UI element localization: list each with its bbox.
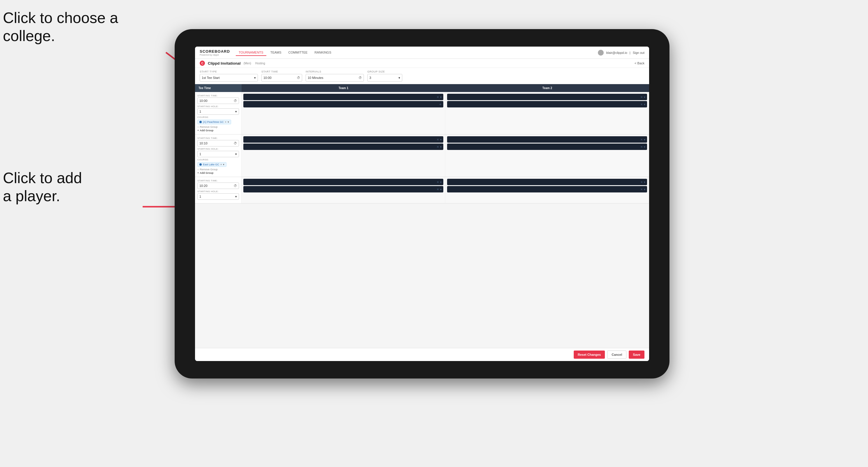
start-time-label: Start Time — [261, 70, 302, 73]
tablet-screen: SCOREBOARD Powered by clippd TOURNAMENTS… — [195, 46, 649, 361]
player-slot-1-2[interactable]: + — [243, 101, 443, 107]
time-icon-2: ⏱ — [234, 142, 237, 145]
team2-cell-3: ✕ ▾ ✕ ▾ — [445, 177, 649, 203]
player-slot-3-2[interactable]: ✕ ▾ — [243, 144, 443, 150]
player-slot-5-2[interactable]: ✕ ▾ — [243, 186, 443, 192]
player-slot-2-1[interactable]: ✕ ▾ — [447, 94, 647, 100]
starting-hole-input-1[interactable]: 1 ▾ — [197, 108, 239, 115]
start-type-group: Start Type 1st Tee Start ▾ — [200, 70, 258, 82]
player-slot-3-1[interactable]: ✕ ▾ — [243, 136, 443, 143]
nav-links: TOURNAMENTS TEAMS COMMITTEE RANKINGS — [236, 50, 598, 56]
table-header: Tee Time Team 1 Team 2 — [195, 84, 649, 92]
nav-link-rankings[interactable]: RANKINGS — [312, 50, 334, 56]
player-slot-6-1[interactable]: ✕ ▾ — [447, 179, 647, 185]
content-area[interactable]: STARTING TIME: 10:00 ⏱ STARTING HOLE: 1 … — [195, 92, 649, 348]
nav-logo-sub: Powered by clippd — [200, 54, 230, 56]
nav-logo: SCOREBOARD Powered by clippd — [200, 49, 230, 56]
team2-cell-1: ✕ ▾ ✕ ▾ — [445, 92, 649, 134]
remove-group-circle-icon-2: ○ — [197, 168, 199, 171]
start-type-label: Start Type — [200, 70, 258, 73]
starting-hole-label-3: STARTING HOLE: — [197, 190, 239, 193]
player-slot-4-1[interactable]: ✕ ▾ — [447, 136, 647, 143]
start-type-input[interactable]: 1st Tee Start ▾ — [200, 74, 258, 82]
form-row: Start Type 1st Tee Start ▾ Start Time 10… — [195, 68, 649, 84]
time-icon-3: ⏱ — [234, 184, 237, 187]
start-type-chevron-icon: ▾ — [254, 76, 256, 80]
player-slot-2-2[interactable]: ✕ ▾ — [447, 101, 647, 107]
player-slot-6-2[interactable]: ✕ ▾ — [447, 186, 647, 192]
reset-changes-button[interactable]: Reset Changes — [574, 350, 605, 359]
starting-time-label-1: STARTING TIME: — [197, 94, 239, 97]
hole-chevron-1: ▾ — [235, 110, 237, 114]
nav-link-tournaments[interactable]: TOURNAMENTS — [236, 50, 266, 56]
nav-link-teams[interactable]: TEAMS — [268, 50, 284, 56]
tee-time-left-2: STARTING TIME: 10:10 ⏱ STARTING HOLE: 1 … — [195, 134, 242, 177]
player-slot-1-1[interactable]: ✕ ▾ — [243, 94, 443, 100]
team1-cell-2: ✕ ▾ ✕ ▾ — [242, 134, 445, 177]
intervals-group: Intervals 10 Minutes ⏱ — [306, 70, 364, 82]
nav-sign-out[interactable]: Sign out — [633, 51, 645, 55]
group-size-input[interactable]: 3 ▾ — [367, 74, 402, 82]
intervals-label: Intervals — [306, 70, 364, 73]
player-slot-5-1[interactable]: ✕ ▾ — [243, 179, 443, 185]
player-x-icon-1-1: ✕ — [437, 95, 439, 99]
starting-time-label-3: STARTING TIME: — [197, 179, 239, 182]
player-x-icon-3-2: ✕ — [437, 145, 439, 149]
add-group-btn-2[interactable]: + Add Group — [197, 172, 239, 175]
player-chevron-icon-3-1: ▾ — [440, 138, 441, 141]
course-tag-2[interactable]: East Lake GC × ▾ — [197, 162, 226, 167]
add-group-btn-1[interactable]: + Add Group — [197, 129, 239, 132]
remove-group-circle-icon-1: ○ — [197, 125, 199, 128]
player-chevron-icon-4-1: ▾ — [644, 138, 645, 141]
team1-cell-1: ✕ ▾ + — [242, 92, 445, 134]
remove-group-btn-1[interactable]: ○ Remove Group — [197, 125, 239, 128]
nav-avatar — [598, 50, 604, 56]
player-chevron-icon-3-2: ▾ — [440, 145, 441, 149]
starting-hole-input-2[interactable]: 1 ▾ — [197, 151, 239, 157]
nav-logo-title: SCOREBOARD — [200, 49, 230, 54]
course-label-2: COURSE: — [197, 158, 239, 161]
add-group-plus-icon-1: + — [197, 129, 199, 132]
time-icon-1: ⏱ — [234, 99, 237, 102]
starting-hole-label-2: STARTING HOLE: — [197, 148, 239, 150]
course-close-icon-2[interactable]: × — [220, 163, 222, 166]
sub-header: C Clippd Invitational (Men) Hosting < Ba… — [195, 59, 649, 68]
course-icon-1 — [199, 121, 202, 123]
footer: Reset Changes Cancel Save — [195, 348, 649, 361]
table-header-team1: Team 1 — [242, 84, 445, 92]
tee-time-left-1: STARTING TIME: 10:00 ⏱ STARTING HOLE: 1 … — [195, 92, 242, 134]
starting-hole-input-3[interactable]: 1 ▾ — [197, 193, 239, 200]
player-chevron-icon-5-2: ▾ — [440, 188, 441, 191]
nav-bar: SCOREBOARD Powered by clippd TOURNAMENTS… — [195, 46, 649, 59]
player-x-icon-4-2: ✕ — [640, 145, 643, 149]
tee-time-row-1: STARTING TIME: 10:00 ⏱ STARTING HOLE: 1 … — [195, 92, 649, 134]
player-x-icon-6-1: ✕ — [640, 181, 643, 184]
player-chevron-icon-5-1: ▾ — [440, 181, 441, 184]
group-size-group: Group Size 3 ▾ — [367, 70, 402, 82]
starting-time-input-3[interactable]: 10:20 ⏱ — [197, 183, 239, 189]
tee-time-left-3: STARTING TIME: 10:20 ⏱ STARTING HOLE: 1 … — [195, 177, 242, 203]
save-button[interactable]: Save — [629, 350, 645, 359]
player-chevron-icon-4-2: ▾ — [644, 145, 645, 149]
intervals-input[interactable]: 10 Minutes ⏱ — [306, 74, 364, 82]
start-time-input[interactable]: 10:00 ⏱ — [261, 74, 302, 82]
remove-group-btn-2[interactable]: ○ Remove Group — [197, 168, 239, 171]
nav-link-committee[interactable]: COMMITTEE — [285, 50, 311, 56]
sub-header-hosting: Hosting — [255, 62, 265, 65]
starting-time-input-1[interactable]: 10:00 ⏱ — [197, 97, 239, 104]
course-chevron-icon-1[interactable]: ▾ — [228, 121, 229, 123]
starting-time-input-2[interactable]: 10:10 ⏱ — [197, 140, 239, 147]
player-slot-4-2[interactable]: ✕ ▾ — [447, 144, 647, 150]
course-chevron-icon-2[interactable]: ▾ — [223, 163, 224, 166]
player-x-icon-5-1: ✕ — [437, 181, 439, 184]
nav-separator: | — [630, 51, 630, 55]
cancel-button[interactable]: Cancel — [607, 350, 626, 359]
player-chevron-icon-6-1: ▾ — [644, 181, 645, 184]
course-tag-1[interactable]: (A) Peachtree GC × ▾ — [197, 120, 231, 124]
team2-cell-2: ✕ ▾ ✕ ▾ — [445, 134, 649, 177]
sub-header-title: Clippd Invitational — [208, 61, 241, 65]
player-x-icon-5-2: ✕ — [437, 188, 439, 191]
course-close-icon-1[interactable]: × — [225, 121, 226, 123]
back-button[interactable]: < Back — [634, 61, 645, 65]
player-x-icon-4-1: ✕ — [640, 138, 643, 141]
